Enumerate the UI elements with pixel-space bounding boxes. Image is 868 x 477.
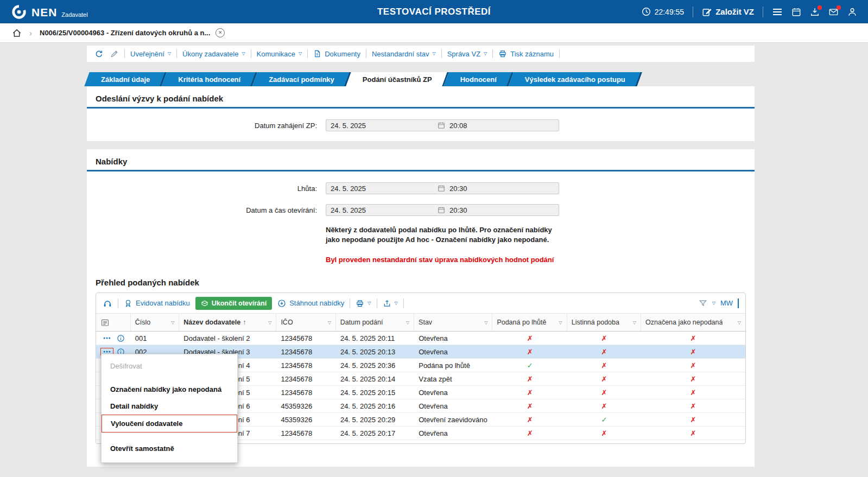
nen-logo-icon[interactable] xyxy=(11,4,27,20)
tab-label: Kritéria hodnocení xyxy=(178,75,240,84)
col-oznacena-jako-nepodana[interactable]: Označena jako nepodaná ▽ xyxy=(641,314,745,331)
notification-badge xyxy=(818,5,822,10)
divider xyxy=(307,49,308,58)
col-nazev-dodavatele[interactable]: Název dodavatele ↑ ▽ xyxy=(179,314,276,331)
menu-dokumenty[interactable]: Dokumenty xyxy=(313,49,360,58)
tab-kriteria-hodnoceni[interactable]: Kritéria hodnocení xyxy=(164,72,255,86)
headset-icon[interactable] xyxy=(103,298,112,308)
filter-triangle-icon[interactable]: ▽ xyxy=(171,320,174,325)
button-label: Stáhnout nabídky xyxy=(289,299,344,307)
time-value[interactable]: 20:30 xyxy=(445,206,559,214)
mail-icon[interactable] xyxy=(828,7,839,17)
pencil-icon[interactable] xyxy=(110,49,119,58)
cell-nepodana-mark: ✗ xyxy=(690,402,696,410)
filter-triangle-icon[interactable]: ▽ xyxy=(406,320,409,325)
column-chooser-icon xyxy=(100,318,110,327)
cell-stav: Vzata zpět xyxy=(414,375,492,383)
hamburger-icon[interactable] xyxy=(772,7,783,17)
close-record-icon[interactable]: ✕ xyxy=(216,28,225,37)
table-row[interactable]: 001 Dodavatel - školení 2 12345678 24. 5… xyxy=(96,332,745,345)
refresh-icon[interactable] xyxy=(94,49,104,59)
cell-listinna-mark: ✗ xyxy=(601,361,607,370)
column-label: Podaná po lhůtě xyxy=(497,319,546,326)
column-chooser[interactable] xyxy=(96,314,131,331)
menu-ukony-zadavatele[interactable]: Úkony zadavatele ▽ xyxy=(182,50,245,58)
sort-asc-icon[interactable]: ↑ xyxy=(243,319,246,326)
column-label: Datum podání xyxy=(340,319,383,326)
col-cislo[interactable]: Číslo ▽ xyxy=(131,314,180,331)
tab-vysledek-zadavaciho-postupu[interactable]: Výsledek zadávacího postupu xyxy=(511,72,639,86)
menu-item-vylouceni-dodavatele[interactable]: Vyloučení dodavatele xyxy=(102,415,237,433)
column-label: Listinná podoba xyxy=(572,319,619,326)
dropdown-triangle-icon[interactable]: ▽ xyxy=(712,301,715,306)
tab-podani-ucastniku-zp[interactable]: Podání účastníků ZP xyxy=(349,72,446,86)
funnel-icon[interactable] xyxy=(699,299,707,308)
user-icon[interactable] xyxy=(847,7,857,17)
cell-stav: Otevřena xyxy=(414,334,492,342)
info-icon[interactable] xyxy=(117,334,125,342)
filter-triangle-icon[interactable]: ▽ xyxy=(633,320,636,325)
cell-listinna-mark: ✗ xyxy=(601,334,607,342)
col-stav[interactable]: Stav ▽ xyxy=(414,314,492,331)
divider xyxy=(350,298,350,308)
filter-triangle-icon[interactable]: ▽ xyxy=(268,320,271,325)
menu-uverejneni[interactable]: Uveřejnění ▽ xyxy=(130,50,171,58)
tab-zakladni-udaje[interactable]: Základní údaje xyxy=(87,72,164,86)
tab-hodnoceni[interactable]: Hodnocení xyxy=(446,72,511,86)
menu-item-oznaceni-nepodana[interactable]: Označení nabídky jako nepodaná xyxy=(102,381,237,398)
calendar-icon[interactable] xyxy=(438,122,445,129)
filter-triangle-icon[interactable]: ▽ xyxy=(328,320,331,325)
field-label: Lhůta: xyxy=(87,185,326,193)
cell-stav: Otevřena xyxy=(414,348,492,356)
datetime-control[interactable]: 24. 5. 2025 20:30 xyxy=(326,204,559,216)
row-menu-icon[interactable] xyxy=(100,334,113,342)
evidovat-nabidku-button[interactable]: Evidovat nabídku xyxy=(124,299,190,308)
date-value[interactable]: 24. 5. 2025 xyxy=(326,122,438,130)
cell-po-lhute-mark: ✗ xyxy=(527,334,533,342)
downloads-icon[interactable] xyxy=(810,7,820,17)
print-grid-button[interactable]: ▽ xyxy=(356,299,371,308)
ukoncit-oteviranni-button[interactable]: Ukončit otevírání xyxy=(195,297,272,310)
calendar-icon[interactable] xyxy=(791,7,801,17)
dropdown-triangle-icon: ▽ xyxy=(433,52,436,56)
datetime-control[interactable]: 24. 5. 2025 20:30 xyxy=(326,182,559,194)
clock-icon xyxy=(642,7,651,16)
time-value[interactable]: 20:08 xyxy=(445,122,559,130)
export-grid-button[interactable]: ▽ xyxy=(383,299,398,308)
view-owner-label[interactable]: MW xyxy=(720,299,733,307)
filter-triangle-icon[interactable]: ▽ xyxy=(738,320,741,325)
dropdown-triangle-icon: ▽ xyxy=(395,301,398,306)
menu-nestandardni-stav[interactable]: Nestandardní stav ▽ xyxy=(372,50,436,58)
breadcrumb-item[interactable]: N006/25/V00004963 - Zřízení datových okr… xyxy=(40,29,210,37)
stahnout-nabidky-button[interactable]: Stáhnout nabídky xyxy=(277,299,344,308)
menu-sprava-vz[interactable]: Správa VZ ▽ xyxy=(447,50,487,58)
menu-item-otevrit-samostatne[interactable]: Otevřít samostatně xyxy=(102,440,237,457)
home-icon[interactable] xyxy=(12,28,22,38)
environment-title: TESTOVACÍ PROSTŘEDÍ xyxy=(377,7,491,17)
tab-zadavaci-podminky[interactable]: Zadávací podmínky xyxy=(255,72,349,86)
divider xyxy=(559,49,560,58)
date-value[interactable]: 24. 5. 2025 xyxy=(326,185,438,193)
date-value[interactable]: 24. 5. 2025 xyxy=(326,206,438,214)
datetime-control[interactable]: 24. 5. 2025 20:08 xyxy=(326,119,559,131)
divider xyxy=(118,298,118,308)
calendar-icon[interactable] xyxy=(438,185,445,192)
filter-triangle-icon[interactable]: ▽ xyxy=(484,320,487,325)
cell-po-lhute-mark: ✗ xyxy=(527,402,533,410)
record-toolbar: Uveřejnění ▽ Úkony zadavatele ▽ Komunika… xyxy=(87,46,755,62)
calendar-icon[interactable] xyxy=(438,206,445,214)
col-podana-po-lhute[interactable]: Podaná po lhůtě ▽ xyxy=(492,314,567,331)
cell-listinna-mark: ✗ xyxy=(601,375,607,383)
col-datum-podani[interactable]: Datum podání ▽ xyxy=(336,314,414,331)
cell-listinna-mark: ✗ xyxy=(601,402,607,410)
cell-listinna-mark: ✓ xyxy=(601,416,607,424)
filter-triangle-icon[interactable]: ▽ xyxy=(559,320,562,325)
time-value[interactable]: 20:30 xyxy=(445,185,559,193)
menu-tisk-zaznamu[interactable]: Tisk záznamu xyxy=(498,49,554,58)
menu-item-detail-nabidky[interactable]: Detail nabídky xyxy=(102,398,237,415)
col-ico[interactable]: IČO ▽ xyxy=(276,314,335,331)
menu-komunikace[interactable]: Komunikace ▽ xyxy=(257,50,302,58)
divider xyxy=(377,298,377,308)
col-listinna-podoba[interactable]: Listinná podoba ▽ xyxy=(567,314,641,331)
create-vz-button[interactable]: Založit VZ xyxy=(702,7,754,17)
